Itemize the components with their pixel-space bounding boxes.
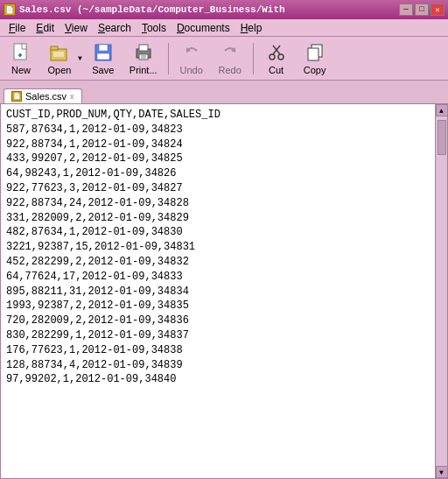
open-dropdown-arrow[interactable]: ▼	[78, 54, 82, 62]
tab-salescsv[interactable]: 📄 Sales.csv x	[4, 88, 82, 103]
title-bar: 📄 Sales.csv (~/sampleData/Computer_Busin…	[0, 0, 448, 19]
scroll-down-button[interactable]: ▼	[436, 466, 448, 478]
redo-icon	[220, 42, 241, 63]
tab-file-icon: 📄	[11, 91, 22, 102]
svg-rect-10	[97, 53, 109, 60]
tab-close-button[interactable]: x	[70, 92, 74, 101]
window-title: Sales.csv (~/sampleData/Computer_Busines…	[19, 4, 285, 15]
svg-rect-13	[139, 54, 148, 60]
cut-icon	[266, 42, 287, 63]
open-icon	[49, 42, 70, 63]
minimize-button[interactable]: ─	[399, 4, 413, 16]
save-icon	[93, 42, 114, 63]
save-button[interactable]: Save	[86, 40, 121, 77]
vertical-scrollbar[interactable]: ▲ ▼	[435, 104, 447, 478]
maximize-button[interactable]: □	[415, 4, 429, 16]
menu-search[interactable]: Search	[93, 21, 136, 35]
app-icon: 📄	[4, 4, 16, 16]
tab-label: Sales.csv	[25, 91, 66, 102]
svg-rect-4	[51, 46, 58, 50]
menu-help[interactable]: Help	[235, 21, 268, 35]
close-button[interactable]: ✕	[430, 4, 444, 16]
undo-button[interactable]: Undo	[174, 40, 209, 77]
toolbar-separator-1	[168, 43, 169, 74]
toolbar: New Open ▼ Save	[0, 37, 448, 81]
copy-icon	[304, 42, 326, 63]
menu-tools[interactable]: Tools	[136, 21, 172, 35]
menu-view[interactable]: View	[60, 21, 93, 35]
copy-button[interactable]: Copy	[298, 40, 332, 77]
svg-point-20	[270, 54, 275, 60]
svg-rect-23	[308, 48, 318, 60]
editor-area: CUST_ID,PROD_NUM,QTY,DATE,SALES_ID 587,8…	[0, 103, 448, 479]
svg-rect-9	[99, 45, 108, 51]
scrollbar-track[interactable]	[437, 116, 447, 466]
new-icon	[10, 42, 32, 63]
new-button[interactable]: New	[4, 40, 38, 77]
menu-bar: File Edit View Search Tools Documents He…	[0, 19, 448, 37]
redo-button[interactable]: Redo	[213, 40, 248, 77]
menu-file[interactable]: File	[4, 21, 31, 35]
print-icon	[133, 42, 154, 63]
editor-container: CUST_ID,PROD_NUM,QTY,DATE,SALES_ID 587,8…	[0, 103, 448, 479]
title-bar-left: 📄 Sales.csv (~/sampleData/Computer_Busin…	[4, 4, 285, 16]
svg-rect-12	[139, 45, 148, 51]
open-button[interactable]: Open	[42, 40, 77, 77]
editor-content[interactable]: CUST_ID,PROD_NUM,QTY,DATE,SALES_ID 587,8…	[1, 104, 435, 478]
print-button[interactable]: Print...	[124, 40, 163, 77]
scroll-up-button[interactable]: ▲	[436, 104, 448, 116]
menu-edit[interactable]: Edit	[31, 21, 60, 35]
title-bar-buttons: ─ □ ✕	[399, 4, 444, 16]
tab-bar: 📄 Sales.csv x	[0, 81, 448, 103]
open-button-group: Open ▼	[42, 40, 82, 77]
svg-rect-0	[14, 44, 26, 60]
svg-point-21	[278, 54, 284, 60]
toolbar-separator-2	[253, 43, 254, 74]
undo-icon	[181, 42, 202, 63]
cut-button[interactable]: Cut	[259, 40, 294, 77]
scrollbar-thumb[interactable]	[438, 120, 446, 155]
menu-documents[interactable]: Documents	[172, 21, 235, 35]
